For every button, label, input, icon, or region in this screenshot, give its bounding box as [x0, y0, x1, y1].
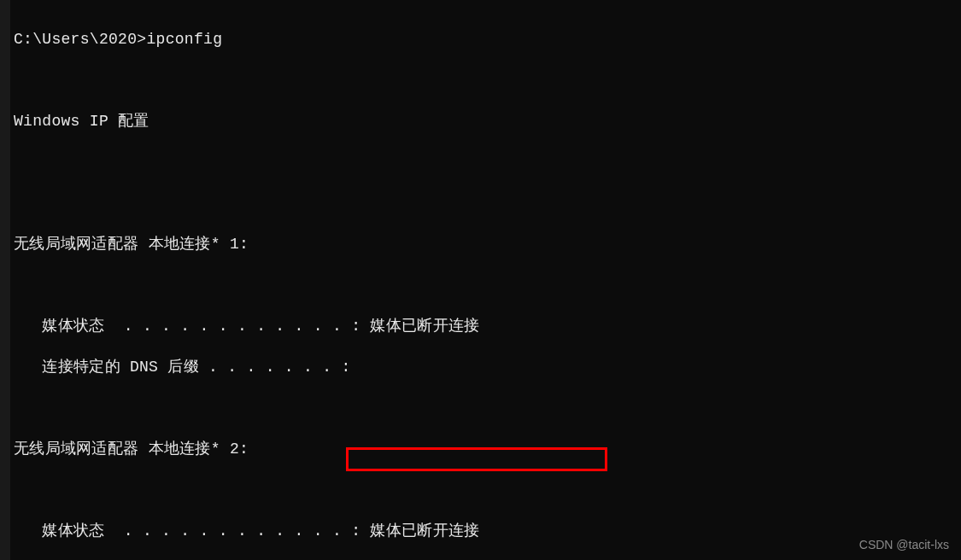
label: 媒体状态 . . . . . . . . . . . . : — [14, 522, 370, 540]
adapter1-dns-suffix: 连接特定的 DNS 后缀 . . . . . . . : — [10, 357, 961, 377]
blank-line — [10, 193, 961, 213]
blank-line — [10, 398, 961, 418]
bottom-fade — [10, 543, 961, 560]
adapter1-media-state: 媒体状态 . . . . . . . . . . . . : 媒体已断开连接 — [10, 316, 961, 336]
blank-line — [10, 152, 961, 172]
command-prompt-line: C:\Users\2020>ipconfig — [10, 29, 961, 50]
adapter2-title: 无线局域网适配器 本地连接* 2: — [10, 439, 961, 459]
label: 媒体状态 . . . . . . . . . . . . : — [14, 318, 370, 335]
value: 媒体已断开连接 — [370, 318, 479, 335]
adapter2-media-state: 媒体状态 . . . . . . . . . . . . : 媒体已断开连接 — [10, 521, 961, 541]
watermark: CSDN @tacit-lxs — [859, 534, 949, 555]
adapter1-title: 无线局域网适配器 本地连接* 1: — [10, 234, 961, 254]
value: 媒体已断开连接 — [370, 522, 479, 540]
blank-line — [10, 70, 961, 90]
terminal-window[interactable]: C:\Users\2020>ipconfig Windows IP 配置 无线局… — [0, 0, 961, 560]
blank-line — [10, 275, 961, 295]
ipconfig-header: Windows IP 配置 — [10, 111, 961, 131]
blank-line — [10, 480, 961, 500]
